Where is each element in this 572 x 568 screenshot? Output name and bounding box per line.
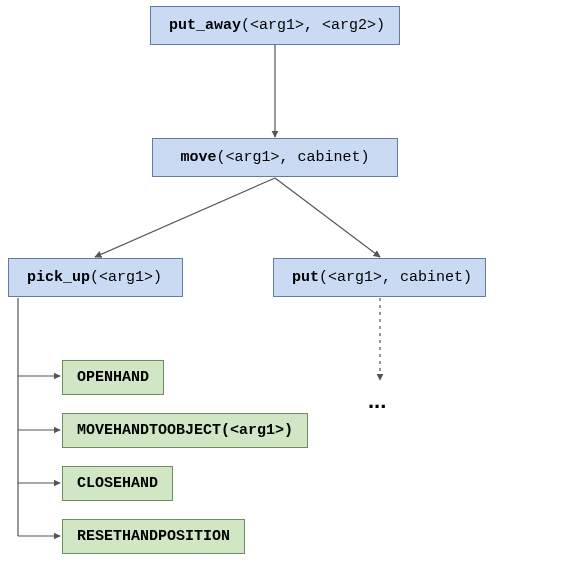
fn-name: move [180,149,216,166]
node-put-away: put_away(<arg1>, <arg2>) [150,6,400,45]
fn-args: (<arg1>, <arg2>) [241,17,385,34]
svg-line-1 [95,178,275,257]
fn-name: pick_up [27,269,90,286]
node-put: put(<arg1>, cabinet) [273,258,486,297]
leaf-label: OPENHAND [77,369,149,386]
leaf-label: RESETHANDPOSITION [77,528,230,545]
node-pick-up: pick_up(<arg1>) [8,258,183,297]
fn-args: (<arg1>, cabinet) [319,269,472,286]
fn-args: (<arg1>) [90,269,162,286]
leaf-closehand: CLOSEHAND [62,466,173,501]
fn-name: put [292,269,319,286]
leaf-movehandtoobject: MOVEHANDTOOBJECT(<arg1>) [62,413,308,448]
leaf-label: CLOSEHAND [77,475,158,492]
leaf-label: MOVEHANDTOOBJECT(<arg1>) [77,422,293,439]
svg-line-2 [275,178,380,257]
leaf-openhand: OPENHAND [62,360,164,395]
fn-args: (<arg1>, cabinet) [216,149,369,166]
node-move: move(<arg1>, cabinet) [152,138,398,177]
leaf-resethandposition: RESETHANDPOSITION [62,519,245,554]
ellipsis: ... [368,388,386,414]
fn-name: put_away [169,17,241,34]
